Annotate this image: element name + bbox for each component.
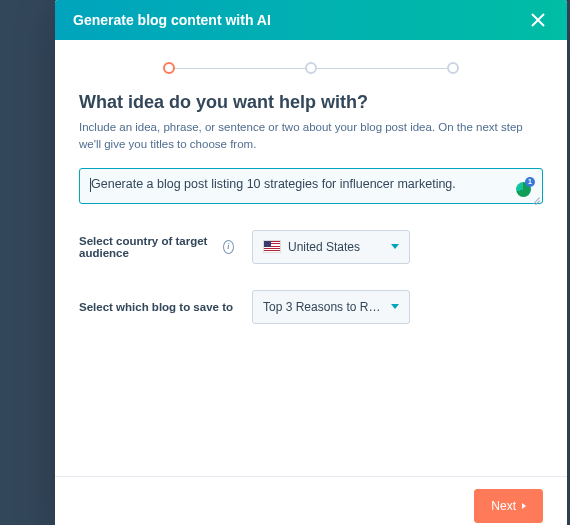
modal-footer: Next [55, 476, 567, 525]
chevron-down-icon [391, 244, 399, 249]
info-icon[interactable]: i [223, 240, 234, 254]
country-label: Select country of target audience i [79, 235, 234, 259]
blog-select[interactable]: Top 3 Reasons to Recycle You… [252, 290, 410, 324]
step-dot-1 [163, 62, 175, 74]
chevron-down-icon [391, 304, 399, 309]
idea-input-text: Generate a blog post listing 10 strategi… [90, 177, 510, 191]
modal-header: Generate blog content with AI [55, 0, 567, 40]
page-subtext: Include an idea, phrase, or sentence or … [79, 119, 543, 154]
idea-input[interactable]: Generate a blog post listing 10 strategi… [79, 168, 543, 204]
blog-select-value: Top 3 Reasons to Recycle You… [263, 300, 385, 314]
generate-blog-modal: Generate blog content with AI What idea … [55, 0, 567, 525]
page-heading: What idea do you want help with? [79, 92, 543, 113]
country-select-value: United States [288, 240, 385, 254]
chevron-right-icon [522, 503, 526, 509]
progress-stepper [79, 62, 543, 74]
step-line [175, 68, 305, 69]
next-button-label: Next [491, 499, 516, 513]
country-label-text: Select country of target audience [79, 235, 218, 259]
grammarly-icon[interactable]: 1 [516, 181, 532, 197]
close-button[interactable] [527, 9, 549, 31]
modal-title: Generate blog content with AI [73, 12, 271, 28]
blog-label-text: Select which blog to save to [79, 301, 233, 313]
grammarly-badge: 1 [525, 177, 535, 187]
modal-content: What idea do you want help with? Include… [55, 40, 567, 476]
blog-label: Select which blog to save to [79, 301, 234, 313]
step-line [317, 68, 447, 69]
close-icon [531, 13, 545, 27]
us-flag-icon [263, 240, 281, 253]
step-dot-2 [305, 62, 317, 74]
resize-handle-icon[interactable] [532, 193, 540, 201]
next-button[interactable]: Next [474, 489, 543, 523]
step-dot-3 [447, 62, 459, 74]
country-select[interactable]: United States [252, 230, 410, 264]
